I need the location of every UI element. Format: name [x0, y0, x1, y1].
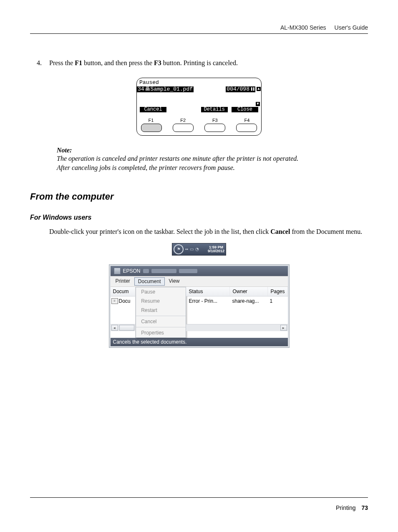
page-footer: Printing 73 — [336, 504, 368, 511]
lcd-soft-empty: . — [170, 106, 197, 113]
table-row[interactable]: Error - Prin... share-nag... 1 — [186, 296, 287, 306]
step-list: 4. Press the F1 button, and then press t… — [30, 58, 368, 68]
header-doc-title: User's Guide — [335, 24, 368, 31]
cell-pages: 1 — [267, 296, 287, 306]
footer-rule — [30, 497, 368, 498]
cell-owner: share-nag... — [229, 296, 267, 306]
menu-document[interactable]: Document — [134, 277, 165, 286]
step-key-f1: F1 — [75, 59, 82, 66]
note-block: Note: The operation is canceled and prin… — [57, 147, 368, 172]
tray-clock[interactable]: 1:59 PM 9/10/2012 — [208, 246, 224, 253]
title-redacted — [143, 269, 149, 273]
queue-body: Docum ≡ Docu ◂ Pause Resume Restart — [111, 287, 288, 338]
printer-glyph-icon: 🖶 — [145, 86, 150, 92]
menu-restart[interactable]: Restart — [136, 306, 186, 315]
tray-date: 9/10/2012 — [208, 249, 224, 253]
tray-printer-icon[interactable]: ▭ — [190, 247, 194, 251]
window-title: EPSON — [123, 268, 141, 274]
status-bar: Cancels the selected documents. — [111, 338, 288, 346]
para-pre: Double-click your printer's icon on the … — [49, 228, 270, 235]
header-rule — [30, 33, 368, 34]
step-text-pre: Press the — [49, 59, 75, 66]
menu-printer[interactable]: Printer — [112, 277, 134, 286]
print-queue-window: EPSON Printer Document View Docum ≡ Docu — [109, 265, 289, 347]
h-scrollbar-right[interactable]: ▸ — [186, 324, 287, 331]
tray-volume-icon[interactable]: ◔ — [195, 247, 199, 251]
lcd-soft-cancel: Cancel — [139, 106, 167, 113]
step-number: 4. — [37, 58, 42, 68]
pause-icon: ❚❚ — [250, 87, 254, 91]
tray-up-icon[interactable]: ▪▪ — [185, 247, 188, 251]
col-owner[interactable]: Owner — [230, 287, 268, 296]
fkey-f2-label: F2 — [175, 118, 191, 123]
queue-left-col: Docum ≡ Docu ◂ — [111, 287, 136, 338]
lcd-job-progress: 004/098 — [227, 86, 249, 92]
arrow-down-icon: ▼ — [255, 101, 260, 106]
queue-row[interactable]: ≡ Docu — [111, 296, 136, 306]
footer-page-number: 73 — [361, 504, 368, 511]
queue-row-name: Docu — [119, 298, 131, 304]
note-line-2: After canceling jobs is completed, the p… — [57, 163, 368, 172]
col-document-header[interactable]: Docum — [111, 287, 136, 296]
scroll-thumb[interactable] — [119, 325, 134, 331]
page-header: AL-MX300 Series User's Guide — [280, 24, 368, 31]
scroll-right-icon[interactable]: ▸ — [280, 325, 287, 331]
title-redacted — [179, 269, 197, 273]
title-redacted — [151, 269, 176, 273]
arrow-up-icon: ▲ — [256, 86, 261, 91]
para-post: from the Document menu. — [290, 228, 362, 235]
fkey-f3-label: F3 — [207, 118, 223, 123]
col-pages[interactable]: Pages — [268, 287, 287, 296]
content: 4. Press the F1 button, and then press t… — [30, 58, 368, 347]
scroll-left-icon[interactable]: ◂ — [111, 325, 118, 331]
note-heading: Note: — [57, 147, 368, 154]
menu-separator — [136, 327, 186, 327]
lcd-softkey-row: Cancel . Details Close — [137, 106, 261, 114]
footer-chapter: Printing — [336, 504, 355, 511]
title-bar[interactable]: EPSON — [111, 266, 288, 276]
note-line-1: The operation is canceled and printer re… — [57, 154, 368, 163]
lcd-job-name: Sample_01.pdf — [151, 86, 193, 92]
hw-button-row — [137, 123, 261, 135]
col-status[interactable]: Status — [186, 287, 230, 296]
para-bold: Cancel — [270, 228, 290, 235]
menu-separator — [136, 316, 186, 316]
printer-icon — [114, 268, 121, 274]
lcd-soft-details: Details — [201, 106, 228, 113]
step-text-post: button. Printing is canceled. — [161, 59, 238, 66]
f1-button[interactable] — [141, 124, 162, 132]
fkey-f1-label: F1 — [143, 118, 159, 123]
menu-bar: Printer Document View — [111, 276, 288, 287]
menu-resume[interactable]: Resume — [136, 296, 186, 306]
menu-view[interactable]: View — [166, 277, 183, 286]
menu-cancel[interactable]: Cancel — [136, 317, 186, 326]
document-icon: ≡ — [111, 298, 118, 304]
h-scrollbar[interactable]: ◂ — [111, 324, 136, 331]
step-text-mid: button, and then press the — [82, 59, 154, 66]
step-key-f3: F3 — [154, 59, 161, 66]
menu-properties[interactable]: Properties — [136, 328, 186, 337]
lcd-status-line: Paused — [137, 80, 261, 86]
printer-lcd-figure: Paused 34🖶 Sample_01.pdf 004/098 ❚❚ ▲ — [136, 78, 262, 136]
column-headers: Status Owner Pages — [186, 287, 287, 296]
subsection-heading: For Windows users — [30, 214, 368, 221]
section-heading: From the computer — [30, 191, 368, 202]
lcd-frame: Paused 34🖶 Sample_01.pdf 004/098 ❚❚ ▲ — [136, 78, 262, 136]
lcd-job-number: 34 — [138, 86, 144, 92]
lcd-job-left: 34🖶 Sample_01.pdf — [137, 86, 194, 92]
page: AL-MX300 Series User's Guide 4. Press th… — [0, 0, 398, 532]
action-center-icon[interactable]: ⚑ — [174, 244, 184, 254]
f3-button[interactable] — [204, 124, 225, 132]
step-4: 4. Press the F1 button, and then press t… — [30, 58, 368, 68]
lcd-screen: Paused 34🖶 Sample_01.pdf 004/098 ❚❚ ▲ — [137, 78, 261, 117]
lcd-soft-close: Close — [231, 106, 259, 113]
tray-icons: ▪▪ ▭ ◔ — [185, 247, 199, 251]
fkey-labels: F1 F2 F3 F4 — [137, 117, 261, 123]
document-menu-dropdown: Pause Resume Restart Cancel Properties — [136, 287, 186, 338]
menu-pause[interactable]: Pause — [136, 287, 186, 296]
cell-status: Error - Prin... — [186, 296, 229, 306]
lcd-job-right: 004/098 ❚❚ — [226, 86, 255, 92]
lcd-scroll: ▲ — [256, 86, 261, 92]
f4-button[interactable] — [236, 124, 257, 132]
f2-button[interactable] — [173, 124, 194, 132]
